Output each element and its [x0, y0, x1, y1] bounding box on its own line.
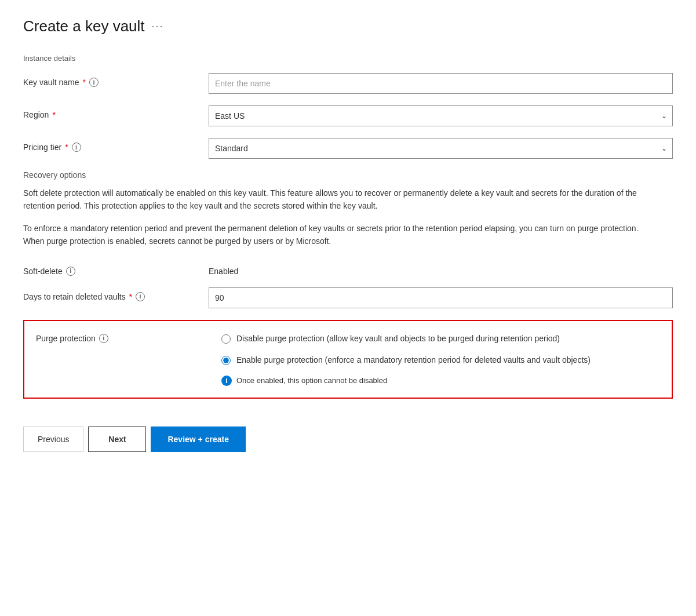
days-retain-control — [209, 287, 673, 308]
key-vault-name-control — [209, 73, 673, 94]
region-select[interactable]: East US East US 2 West US West US 2 Cent… — [209, 105, 673, 126]
review-create-button[interactable]: Review + create — [151, 427, 245, 452]
days-retain-label: Days to retain deleted vaults * i — [23, 287, 209, 301]
region-label: Region * — [23, 105, 209, 119]
next-button[interactable]: Next — [88, 427, 146, 452]
region-select-wrapper: East US East US 2 West US West US 2 Cent… — [209, 105, 673, 126]
recovery-section: Recovery options Soft delete protection … — [23, 170, 673, 248]
pricing-tier-info-icon[interactable]: i — [72, 143, 81, 152]
purge-protection-section: Purge protection i Disable purge protect… — [23, 320, 673, 399]
region-control: East US East US 2 West US West US 2 Cent… — [209, 105, 673, 126]
pricing-tier-control: Standard Premium ⌄ — [209, 138, 673, 159]
footer-buttons: Previous Next Review + create — [23, 417, 673, 452]
soft-delete-label: Soft-delete i — [23, 262, 209, 276]
required-star-tier: * — [65, 143, 68, 152]
purge-protection-note: i Once enabled, this option cannot be di… — [221, 376, 660, 386]
instance-details-label: Instance details — [23, 54, 673, 63]
instance-details-section: Instance details Key vault name * i Regi… — [23, 54, 673, 159]
purge-protection-row: Purge protection i Disable purge protect… — [36, 333, 660, 386]
required-star-name: * — [83, 78, 86, 87]
required-star-days: * — [129, 292, 132, 301]
soft-delete-info-icon[interactable]: i — [66, 267, 75, 276]
recovery-description-1: Soft delete protection will automaticall… — [23, 187, 661, 213]
key-vault-name-row: Key vault name * i — [23, 73, 673, 94]
recovery-description-2: To enforce a mandatory retention period … — [23, 222, 661, 248]
pricing-tier-select-wrapper: Standard Premium ⌄ — [209, 138, 673, 159]
more-options-button[interactable]: ··· — [152, 20, 164, 32]
purge-enable-radio[interactable] — [221, 356, 231, 365]
purge-disable-option[interactable]: Disable purge protection (allow key vaul… — [221, 333, 660, 345]
purge-enable-label: Enable purge protection (enforce a manda… — [236, 354, 591, 366]
recovery-section-label: Recovery options — [23, 170, 673, 180]
purge-disable-label: Disable purge protection (allow key vaul… — [236, 333, 560, 345]
purge-enable-option[interactable]: Enable purge protection (enforce a manda… — [221, 354, 660, 366]
purge-disable-radio[interactable] — [221, 334, 231, 344]
days-retain-row: Days to retain deleted vaults * i — [23, 287, 673, 308]
key-vault-name-label: Key vault name * i — [23, 73, 209, 87]
region-row: Region * East US East US 2 West US West … — [23, 105, 673, 126]
pricing-tier-select[interactable]: Standard Premium — [209, 138, 673, 159]
pricing-tier-label: Pricing tier * i — [23, 138, 209, 152]
days-retain-input[interactable] — [209, 287, 673, 308]
purge-protection-info-icon[interactable]: i — [99, 334, 108, 343]
page-header: Create a key vault ··· — [23, 17, 673, 35]
days-retain-info-icon[interactable]: i — [136, 292, 145, 301]
key-vault-name-info-icon[interactable]: i — [89, 78, 99, 87]
page-title: Create a key vault — [23, 17, 145, 35]
pricing-tier-row: Pricing tier * i Standard Premium ⌄ — [23, 138, 673, 159]
soft-delete-row: Soft-delete i Enabled — [23, 262, 673, 276]
purge-protection-options: Disable purge protection (allow key vaul… — [221, 333, 660, 386]
soft-delete-value: Enabled — [209, 262, 673, 276]
purge-protection-label: Purge protection i — [36, 333, 221, 343]
previous-button[interactable]: Previous — [23, 427, 83, 452]
purge-note-text: Once enabled, this option cannot be disa… — [236, 376, 387, 385]
key-vault-name-input[interactable] — [209, 73, 673, 94]
required-star-region: * — [52, 110, 55, 119]
purge-note-info-icon: i — [221, 376, 232, 386]
